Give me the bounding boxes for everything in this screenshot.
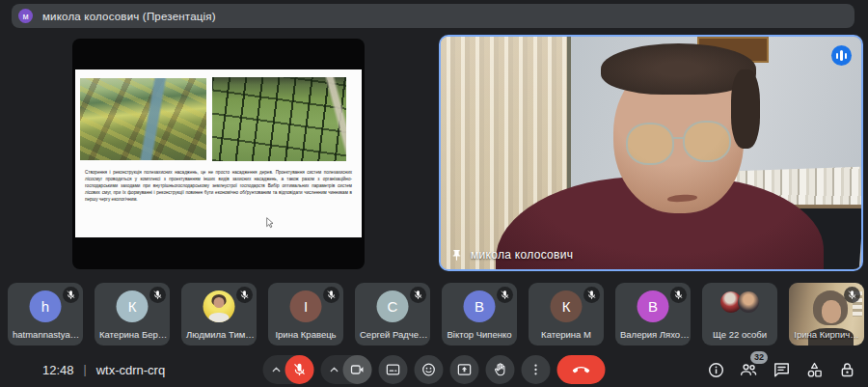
hand-icon	[493, 362, 508, 377]
participant-tile[interactable]: В Валерия Ляхо…	[615, 283, 691, 346]
participant-tile[interactable]: С Сергей Радче…	[355, 283, 430, 346]
meet-window: м микола колосович (Презентація) Створен…	[0, 0, 868, 387]
separator: |	[84, 363, 87, 376]
mic-muted-badge	[583, 287, 600, 303]
mic-off-icon	[152, 290, 163, 300]
camera-icon	[350, 362, 366, 377]
presenter-banner: м микола колосович (Презентація)	[12, 4, 854, 28]
avatar-letter: К	[562, 298, 571, 315]
participant-tile[interactable]: К Катерина М	[529, 283, 604, 346]
mic-options-chevron[interactable]	[270, 363, 284, 376]
audio-bar	[840, 50, 843, 61]
camera-options-chevron[interactable]	[328, 363, 341, 376]
call-end-icon	[573, 361, 590, 378]
audio-level-indicator	[831, 45, 852, 66]
mouse-cursor-icon	[266, 217, 274, 229]
participant-video-tile[interactable]: Ірина Кирпич…	[789, 283, 864, 346]
avatar-photo	[203, 290, 235, 322]
participants-panel-button[interactable]: 32	[739, 360, 758, 379]
mic-muted-badge	[63, 287, 79, 303]
participant-name: Ірина Кирпич…	[789, 329, 864, 340]
pinned-video-tile[interactable]: микола колосович	[439, 35, 863, 271]
avatar: h	[30, 290, 62, 322]
mic-muted-badge	[410, 287, 426, 303]
webcam-video	[441, 37, 861, 269]
participant-tile[interactable]: К Катерина Бер…	[95, 283, 170, 346]
avatar-letter: В	[648, 298, 658, 315]
raise-hand-button[interactable]	[486, 355, 515, 384]
avatar: К	[551, 290, 583, 322]
overflow-count-label: Ще 22 особи	[702, 329, 777, 340]
participant-tile[interactable]: Людмила Тим…	[181, 283, 257, 346]
camera-button[interactable]	[343, 355, 372, 384]
mic-off-icon	[500, 290, 510, 300]
screenshare-tile[interactable]: Створення і реконструкція полезахисних н…	[72, 39, 365, 269]
mic-off-icon	[326, 290, 337, 300]
participant-tile[interactable]: І Ірина Кравець	[268, 283, 343, 346]
participant-tile[interactable]: h hatmannastya…	[8, 283, 83, 346]
person-hair-side	[731, 69, 761, 149]
mic-muted-badge	[844, 287, 860, 303]
glasses-left-lens	[626, 123, 674, 164]
reactions-button[interactable]	[415, 355, 444, 384]
clock-time: 12:48	[42, 363, 74, 377]
avatar: К	[117, 290, 149, 322]
avatar: І	[290, 290, 322, 322]
more-vertical-icon	[529, 362, 544, 377]
avatar-letter: h	[41, 298, 49, 315]
thumb-person-face	[822, 300, 841, 322]
avatar-letter: І	[304, 298, 308, 315]
pin-icon	[450, 249, 463, 262]
mic-off-icon	[586, 290, 597, 300]
presentation-slide: Створення і реконструкція полезахисних н…	[75, 69, 362, 237]
pinned-participant-name: микола колосович	[471, 248, 573, 262]
mic-off-icon	[239, 290, 250, 300]
mic-mute-button[interactable]	[285, 355, 314, 384]
host-controls-button[interactable]	[837, 360, 856, 379]
mic-off-icon	[66, 290, 76, 300]
camera-control-group	[321, 355, 372, 384]
avatar: В	[637, 290, 669, 322]
slide-paragraph: Створення і реконструкція полезахисних н…	[85, 170, 352, 203]
mic-control-group	[263, 355, 314, 384]
participant-name: Катерина Бер…	[95, 329, 170, 340]
presenter-banner-label: микола колосович (Презентація)	[42, 11, 216, 22]
participants-count-badge: 32	[750, 351, 768, 364]
meeting-code: wtx-cdrn-crq	[96, 363, 166, 377]
mic-off-icon	[292, 362, 308, 377]
end-call-button[interactable]	[557, 355, 606, 384]
participant-name: Валерия Ляхо…	[615, 329, 691, 340]
chat-panel-button[interactable]	[772, 360, 791, 379]
participant-tile[interactable]: В Віктор Чипенко	[442, 283, 517, 346]
overflow-participants-tile[interactable]: Ще 22 особи	[702, 283, 777, 346]
mic-muted-badge	[670, 287, 687, 303]
avatar: В	[464, 290, 496, 322]
meeting-details-button[interactable]	[706, 360, 725, 379]
glasses-right-lens	[683, 121, 731, 162]
captions-button[interactable]	[379, 355, 408, 384]
overflow-avatar	[738, 291, 759, 313]
participant-name: Віктор Чипенко	[442, 329, 517, 340]
host-lock-icon	[838, 361, 856, 379]
slide-shelterbelt-grid-image	[212, 77, 346, 161]
avatar-photo-body	[209, 313, 230, 322]
more-options-button[interactable]	[522, 355, 551, 384]
chat-icon	[773, 361, 791, 379]
activities-icon	[805, 361, 824, 379]
participant-name: Людмила Тим…	[181, 329, 257, 340]
activities-button[interactable]	[804, 360, 824, 379]
present-button[interactable]	[450, 355, 479, 384]
control-bar: 12:48 | wtx-cdrn-crq 32	[0, 352, 868, 387]
participant-name: Сергей Радче…	[355, 329, 430, 340]
mic-muted-badge	[236, 287, 253, 303]
avatar-photo-face	[214, 297, 225, 308]
participant-name: hatmannastya…	[8, 329, 83, 340]
participant-name: Катерина М	[529, 329, 604, 340]
overflow-avatars	[720, 291, 759, 313]
glasses-bridge	[672, 137, 685, 139]
avatar: С	[377, 290, 409, 322]
smiley-icon	[421, 362, 437, 377]
present-screen-icon	[457, 362, 473, 377]
captions-icon	[386, 362, 401, 377]
mic-muted-badge	[497, 287, 513, 303]
